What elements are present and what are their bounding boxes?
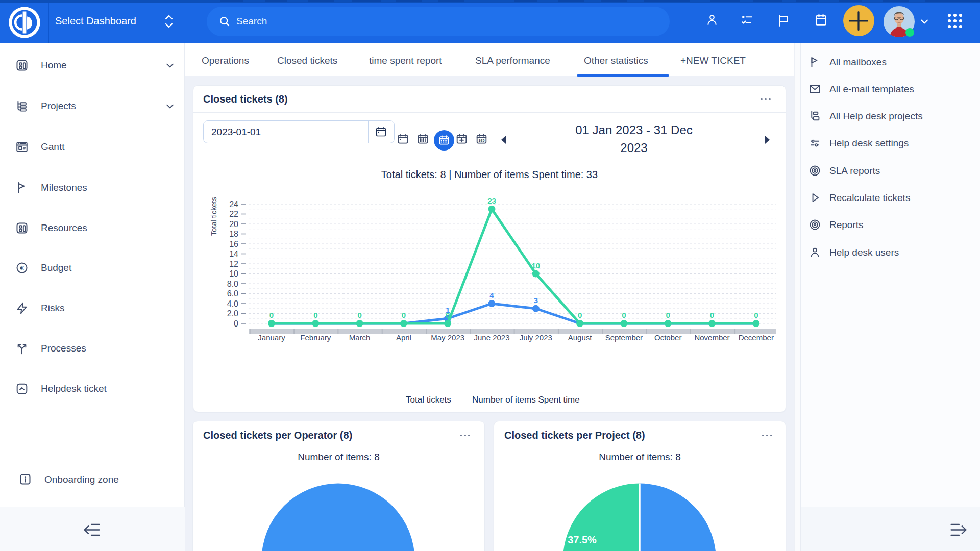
svg-text:37.5%: 37.5% [568,534,597,545]
svg-text:23: 23 [487,196,496,205]
svg-text:0: 0 [402,311,406,319]
svg-text:0: 0 [357,311,361,319]
svg-text:February: February [300,333,331,342]
svg-text:3: 3 [534,296,538,305]
svg-text:0: 0 [666,311,670,319]
svg-text:December: December [739,333,774,342]
svg-text:22: 22 [229,210,238,218]
svg-text:November: November [694,333,729,342]
svg-text:August: August [568,333,593,342]
svg-text:0: 0 [754,311,758,319]
svg-text:6.0: 6.0 [227,289,238,298]
svg-text:March: March [349,333,371,342]
svg-text:0: 0 [234,319,238,328]
svg-text:May 2023: May 2023 [431,333,464,342]
svg-text:January: January [258,333,285,342]
svg-text:April: April [396,333,411,342]
svg-text:0: 0 [578,311,582,319]
svg-text:0: 0 [622,311,626,319]
svg-text:8.0: 8.0 [227,280,238,288]
svg-text:June 2023: June 2023 [474,333,509,342]
svg-text:18: 18 [229,230,238,238]
svg-text:12: 12 [229,260,238,268]
svg-text:September: September [605,333,643,342]
svg-text:October: October [654,333,681,342]
svg-text:4: 4 [489,291,494,299]
svg-text:0: 0 [270,311,274,319]
svg-text:€: € [20,264,24,272]
svg-text:4.0: 4.0 [227,299,238,308]
svg-text:24: 24 [229,200,238,209]
svg-text:July 2023: July 2023 [520,333,552,342]
svg-text:20: 20 [229,220,238,229]
svg-text:Total tickets: Total tickets [210,197,218,236]
svg-text:0: 0 [446,311,450,319]
svg-text:16: 16 [229,240,238,248]
svg-text:14: 14 [229,249,238,258]
svg-text:0: 0 [710,311,714,319]
svg-text:0: 0 [313,311,317,319]
svg-text:365: 365 [479,139,485,143]
svg-text:2.0: 2.0 [227,309,238,318]
svg-text:10: 10 [229,269,238,278]
svg-text:10: 10 [531,261,540,270]
